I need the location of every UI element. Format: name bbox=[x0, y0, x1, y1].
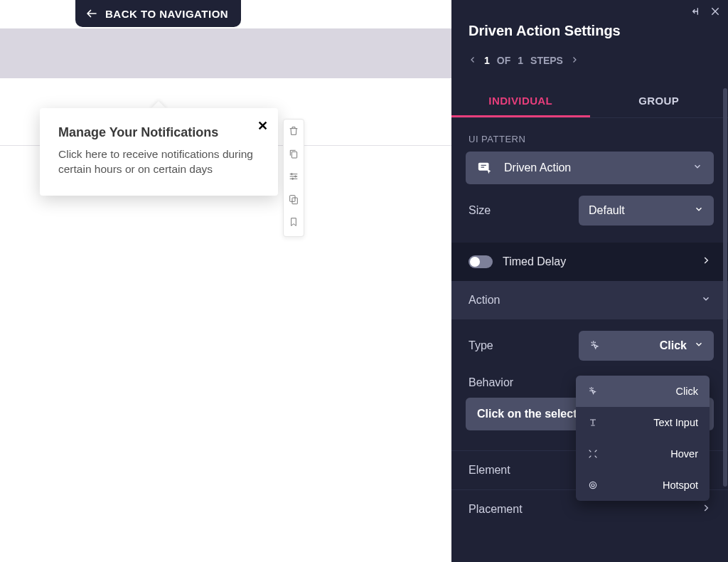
settings-tabs: INDIVIDUAL GROUP bbox=[451, 86, 728, 118]
tooltip-close-button[interactable]: ✕ bbox=[257, 118, 268, 134]
arrow-left-icon bbox=[85, 7, 98, 20]
step-total: 1 bbox=[518, 55, 523, 66]
svg-point-8 bbox=[589, 482, 596, 488]
size-label: Size bbox=[469, 204, 491, 217]
back-to-navigation-button[interactable]: BACK TO NAVIGATION bbox=[75, 0, 241, 27]
driven-action-icon bbox=[476, 160, 494, 176]
canvas: BACK TO NAVIGATION ✕ Manage Your Notific… bbox=[0, 0, 451, 562]
trash-icon[interactable] bbox=[288, 125, 299, 139]
tab-individual[interactable]: INDIVIDUAL bbox=[451, 86, 590, 117]
svg-point-7 bbox=[592, 484, 594, 487]
click-icon bbox=[589, 339, 607, 352]
tooltip-title: Manage Your Notifications bbox=[58, 125, 257, 140]
type-value: Click bbox=[607, 339, 687, 352]
step-indicator: 1 OF 1 STEPS bbox=[451, 39, 728, 66]
type-label: Type bbox=[469, 339, 493, 352]
action-section-header[interactable]: Action bbox=[451, 281, 728, 319]
behavior-value: Click on the select bbox=[477, 408, 577, 420]
step-of: OF bbox=[497, 55, 510, 66]
tab-group[interactable]: GROUP bbox=[590, 86, 729, 117]
canvas-header-strip bbox=[0, 28, 451, 78]
type-dropdown-menu: Click Text Input Hover Hotspot bbox=[576, 376, 710, 501]
close-panel-icon[interactable] bbox=[710, 6, 721, 20]
type-option-label: Hover bbox=[606, 448, 698, 460]
step-current: 1 bbox=[484, 55, 490, 66]
collapse-panel-icon[interactable] bbox=[691, 6, 702, 20]
hover-icon bbox=[587, 448, 606, 460]
type-option-label: Hotspot bbox=[606, 479, 698, 491]
type-option-label: Click bbox=[606, 386, 698, 397]
type-dropdown[interactable]: Click bbox=[579, 331, 714, 361]
duplicate-icon[interactable] bbox=[288, 193, 299, 208]
chevron-down-icon bbox=[692, 161, 704, 174]
tooltip-tool-column bbox=[283, 119, 304, 237]
timed-delay-toggle[interactable] bbox=[469, 255, 493, 268]
panel-scrollbar[interactable] bbox=[723, 88, 727, 487]
type-option-hover[interactable]: Hover bbox=[576, 438, 710, 470]
size-dropdown[interactable]: Default bbox=[579, 196, 714, 226]
type-option-text-input[interactable]: Text Input bbox=[576, 407, 710, 438]
chevron-right-icon bbox=[701, 255, 711, 268]
click-icon bbox=[587, 386, 606, 397]
step-prev-button[interactable] bbox=[469, 55, 477, 66]
tooltip-card[interactable]: ✕ Manage Your Notifications Click here t… bbox=[40, 108, 278, 196]
panel-title: Driven Action Settings bbox=[451, 0, 728, 39]
back-label: BACK TO NAVIGATION bbox=[105, 8, 228, 20]
timed-delay-label: Timed Delay bbox=[503, 255, 566, 268]
chevron-down-icon bbox=[694, 204, 704, 217]
chevron-right-icon bbox=[701, 503, 711, 516]
copy-icon[interactable] bbox=[288, 148, 299, 162]
ui-pattern-label: UI PATTERN bbox=[451, 118, 728, 152]
bookmark-icon[interactable] bbox=[288, 216, 299, 230]
step-unit: STEPS bbox=[530, 55, 563, 66]
type-option-click[interactable]: Click bbox=[576, 376, 710, 407]
chevron-down-icon bbox=[701, 294, 711, 307]
ui-pattern-value: Driven Action bbox=[504, 161, 682, 174]
placement-section-label: Placement bbox=[469, 503, 523, 516]
sliders-icon[interactable] bbox=[288, 171, 299, 185]
timed-delay-row[interactable]: Timed Delay bbox=[451, 243, 728, 281]
ui-pattern-dropdown[interactable]: Driven Action bbox=[466, 152, 714, 184]
element-section-label: Element bbox=[469, 464, 510, 477]
tooltip-body: Click here to receive notifications duri… bbox=[58, 147, 257, 177]
text-input-icon bbox=[587, 417, 606, 428]
behavior-label: Behavior bbox=[469, 376, 513, 388]
step-next-button[interactable] bbox=[570, 55, 579, 66]
svg-rect-0 bbox=[291, 152, 296, 158]
action-section-label: Action bbox=[469, 294, 500, 307]
type-option-label: Text Input bbox=[606, 417, 698, 428]
hotspot-icon bbox=[587, 479, 606, 491]
size-value: Default bbox=[589, 204, 625, 217]
type-option-hotspot[interactable]: Hotspot bbox=[576, 470, 710, 501]
chevron-down-icon bbox=[694, 339, 704, 352]
